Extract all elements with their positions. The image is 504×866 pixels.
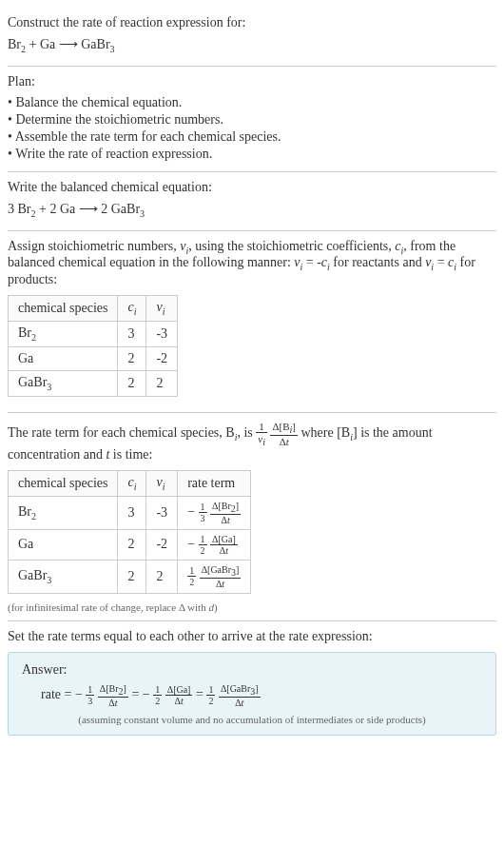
rateterm-table: chemical species ci νi rate term Br2 3 -… [8,470,251,594]
balanced-header: Write the balanced chemical equation: [8,180,496,195]
sign: − [187,536,195,550]
frac-bot: 3 [86,696,94,706]
table-cell: 2 [146,560,178,593]
table-cell: Br2 [9,321,118,346]
plan-item: • Determine the stoichiometric numbers. [8,112,496,128]
answer-note: (assuming constant volume and no accumul… [22,714,482,725]
frac-bot: 2 [187,577,196,587]
table-cell: GaBr3 [9,370,118,396]
plan-item: • Write the rate of reaction expression. [8,147,496,162]
sign: − [143,687,150,701]
frac-bot: 2 [199,545,207,556]
table-cell: Ga [9,529,118,560]
table-cell: 3 [118,321,146,346]
frac-bot: 2 [206,696,215,706]
frac-bot: 3 [199,513,207,523]
rateterm-note: (for infinitesimal rate of change, repla… [8,601,496,613]
frac-bot: 2 [153,696,162,706]
table-header: νi [146,470,178,496]
sign: − [75,687,83,701]
table-cell: 2 [146,370,178,396]
frac-top: 1 [153,684,162,696]
table-cell: 12 Δ[GaBr3]Δt [178,560,251,593]
table-cell: 2 [118,370,146,396]
table-cell: Br2 [9,496,118,529]
prompt-section: Construct the rate of reaction expressio… [8,8,496,67]
table-cell: − 12 Δ[Ga]Δt [178,529,251,560]
stoich-table: chemical species ci νi Br2 3 -3 Ga 2 -2 … [8,295,178,396]
frac-top: 1 [187,565,196,577]
table-header: ci [118,470,146,496]
balanced-equation: 3 Br2 + 2 Ga ⟶ 2 GaBr3 [8,201,496,219]
prompt-header: Construct the rate of reaction expressio… [8,15,496,30]
table-header-row: chemical species ci νi [9,296,178,322]
table-header: chemical species [9,296,118,322]
table-cell: 2 [118,529,146,560]
table-cell: -2 [146,346,178,370]
table-cell: Ga [9,346,118,370]
frac-top: 1 [199,534,207,545]
table-row: GaBr3 2 2 [9,370,178,396]
table-row: Br2 3 -3 − 13 Δ[Br2]Δt [9,496,251,529]
frac-top: 1 [199,502,207,513]
final-header: Set the rate terms equal to each other t… [8,629,496,644]
prompt-equation: Br2 + Ga ⟶ GaBr3 [8,36,496,54]
stoich-text: Assign stoichiometric numbers, νi, using… [8,239,496,288]
answer-label: Answer: [22,662,482,678]
plan-section: Plan: • Balance the chemical equation. •… [8,67,496,172]
table-header: rate term [178,470,251,496]
table-header-row: chemical species ci νi rate term [9,470,251,496]
plan-item: • Assemble the rate term for each chemic… [8,129,496,145]
table-cell: -3 [146,496,178,529]
table-row: Br2 3 -3 [9,321,178,346]
table-header: νi [146,296,178,322]
table-header: chemical species [9,470,118,496]
table-cell: − 13 Δ[Br2]Δt [178,496,251,529]
table-header: ci [118,296,146,322]
table-cell: 3 [118,496,146,529]
table-row: Ga 2 -2 [9,346,178,370]
frac-top: 1 [206,684,215,696]
rateterm-section: The rate term for each chemical species,… [8,413,496,621]
plan-header: Plan: [8,74,496,89]
table-cell: 2 [118,346,146,370]
final-section: Set the rate terms equal to each other t… [8,621,496,751]
rate-prefix: rate = [41,687,75,701]
stoich-section: Assign stoichiometric numbers, νi, using… [8,231,496,413]
table-cell: GaBr3 [9,560,118,593]
table-row: Ga 2 -2 − 12 Δ[Ga]Δt [9,529,251,560]
sign: − [187,504,195,519]
table-cell: -2 [146,529,178,560]
table-row: GaBr3 2 2 12 Δ[GaBr3]Δt [9,560,251,593]
rateterm-text: The rate term for each chemical species,… [8,421,496,463]
answer-box: Answer: rate = − 13 Δ[Br2]Δt = − 12 Δ[Ga… [8,652,496,736]
plan-item: • Balance the chemical equation. [8,95,496,110]
frac-top: 1 [86,684,94,696]
table-cell: -3 [146,321,178,346]
answer-expression: rate = − 13 Δ[Br2]Δt = − 12 Δ[Ga]Δt = 12… [22,683,482,708]
table-cell: 2 [118,560,146,593]
balanced-section: Write the balanced chemical equation: 3 … [8,172,496,231]
